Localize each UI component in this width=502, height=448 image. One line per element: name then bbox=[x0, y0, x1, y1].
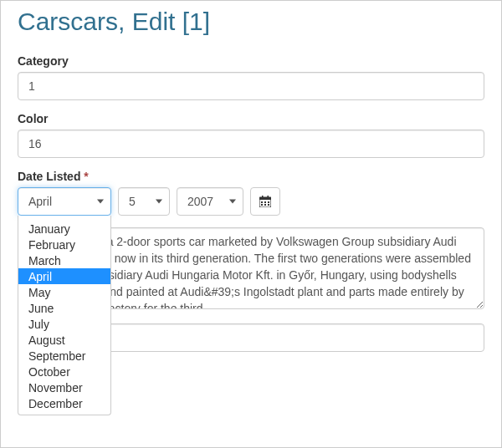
svg-rect-5 bbox=[264, 201, 266, 203]
month-option-december[interactable]: December bbox=[18, 395, 110, 411]
svg-rect-7 bbox=[261, 204, 263, 206]
month-option-july[interactable]: July bbox=[18, 316, 110, 332]
page-title: Carscars, Edit [1] bbox=[18, 1, 484, 41]
month-option-november[interactable]: November bbox=[18, 379, 110, 395]
month-option-january[interactable]: January bbox=[18, 221, 110, 237]
month-option-september[interactable]: September bbox=[18, 348, 110, 364]
svg-rect-1 bbox=[259, 197, 271, 200]
required-marker: * bbox=[84, 170, 88, 183]
date-listed-label-text: Date Listed bbox=[18, 170, 80, 183]
svg-rect-9 bbox=[268, 204, 269, 206]
month-select[interactable]: April bbox=[18, 187, 111, 216]
svg-rect-2 bbox=[262, 196, 264, 198]
date-row: April JanuaryFebruaryMarchAprilMayJuneJu… bbox=[18, 187, 484, 216]
year-select-value: 2007 bbox=[187, 195, 213, 208]
color-label: Color bbox=[18, 112, 484, 125]
chevron-down-icon bbox=[156, 200, 162, 204]
chevron-down-icon bbox=[97, 200, 104, 204]
calendar-button[interactable] bbox=[250, 187, 280, 216]
month-option-march[interactable]: March bbox=[18, 252, 110, 268]
svg-rect-4 bbox=[261, 201, 263, 203]
date-listed-label: Date Listed * bbox=[18, 170, 484, 183]
edit-form-frame: Carscars, Edit [1] Category Color Date L… bbox=[0, 0, 502, 448]
color-input[interactable] bbox=[18, 130, 484, 158]
svg-rect-8 bbox=[264, 204, 266, 206]
month-option-april[interactable]: April bbox=[18, 268, 110, 284]
month-option-august[interactable]: August bbox=[18, 332, 110, 348]
day-select[interactable]: 5 bbox=[118, 187, 170, 216]
month-select-value: April bbox=[28, 195, 52, 208]
year-select-wrap: 2007 bbox=[177, 187, 243, 216]
month-option-february[interactable]: February bbox=[18, 237, 110, 252]
field-group-color: Color bbox=[18, 112, 484, 158]
chevron-down-icon bbox=[229, 200, 236, 204]
month-option-may[interactable]: May bbox=[18, 284, 110, 300]
month-select-wrap: April JanuaryFebruaryMarchAprilMayJuneJu… bbox=[18, 187, 111, 216]
field-group-category: Category bbox=[18, 54, 484, 100]
field-group-date-listed: Date Listed * April JanuaryFebruaryMarch… bbox=[18, 170, 484, 216]
category-label: Category bbox=[18, 54, 484, 68]
month-option-june[interactable]: June bbox=[18, 300, 110, 316]
svg-rect-3 bbox=[268, 196, 269, 198]
month-dropdown[interactable]: JanuaryFebruaryMarchAprilMayJuneJulyAugu… bbox=[18, 216, 111, 415]
year-select[interactable]: 2007 bbox=[177, 187, 243, 216]
category-input[interactable] bbox=[18, 72, 484, 100]
month-option-october[interactable]: October bbox=[18, 364, 110, 379]
calendar-icon bbox=[259, 196, 271, 207]
day-select-value: 5 bbox=[129, 195, 136, 208]
svg-rect-6 bbox=[268, 201, 269, 203]
day-select-wrap: 5 bbox=[118, 187, 170, 216]
